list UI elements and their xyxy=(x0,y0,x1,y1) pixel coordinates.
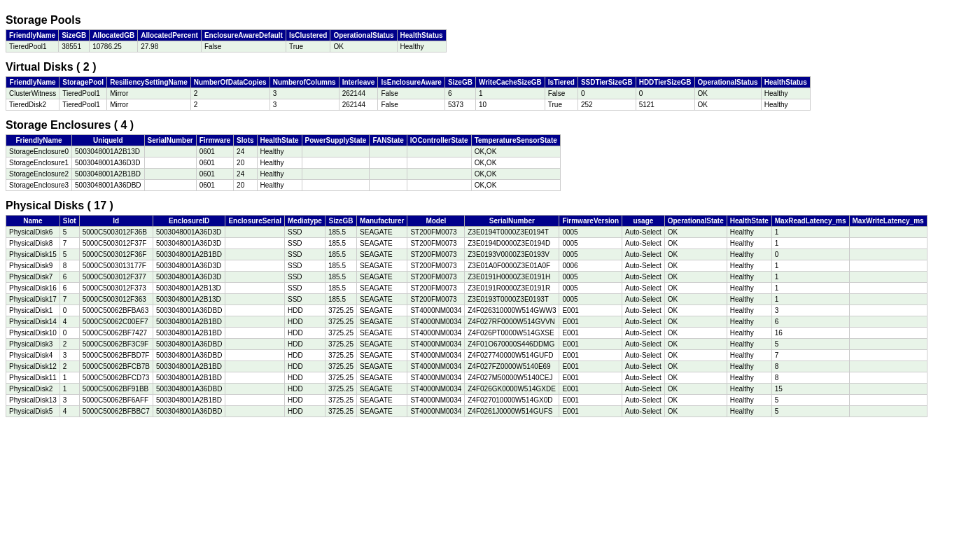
table-cell: 0601 xyxy=(196,158,233,169)
table-cell xyxy=(849,361,927,372)
table-cell: 7 xyxy=(59,238,79,249)
table-cell xyxy=(144,180,196,191)
table-cell: ST4000NM0034 xyxy=(407,350,465,361)
table-cell: Healthy xyxy=(257,146,302,158)
table-cell: 5003048001A36D3D xyxy=(153,238,225,249)
table-cell: ST4000NM0034 xyxy=(407,384,465,395)
table-cell: Mirror xyxy=(107,99,191,111)
table-cell: True xyxy=(545,99,578,111)
table-cell: 252 xyxy=(578,99,636,111)
table-cell: 185.5 xyxy=(325,238,356,249)
table-cell: OK xyxy=(664,328,727,339)
column-header: FirmwareVersion xyxy=(559,216,622,227)
table-cell: Healthy xyxy=(727,305,771,316)
table-cell: 24 xyxy=(234,146,257,158)
table-cell: SEAGATE xyxy=(357,283,407,294)
table-cell: ST4000NM0034 xyxy=(407,305,465,316)
table-cell: PhysicalDisk9 xyxy=(6,260,60,272)
table-cell xyxy=(144,146,196,158)
table-cell: SSD xyxy=(285,260,326,272)
column-header: IsClustered xyxy=(286,30,330,41)
table-cell: 5003048001A2B13D xyxy=(153,294,225,305)
table-cell: Z4F026PT0000W514GXSE xyxy=(465,328,559,339)
table-cell xyxy=(849,406,927,417)
table-cell: E001 xyxy=(559,350,622,361)
table-cell: SEAGATE xyxy=(357,227,407,238)
table-row: StorageEnclosure35003048001A36DBD060120H… xyxy=(6,180,561,191)
column-header: OperationalState xyxy=(664,216,727,227)
virtual-disks-table: FriendlyNameStoragePoolResiliencySetting… xyxy=(6,76,811,111)
table-cell: 185.5 xyxy=(325,272,356,283)
table-cell xyxy=(225,305,285,316)
table-cell: Healthy xyxy=(727,328,771,339)
table-cell: SEAGATE xyxy=(357,305,407,316)
table-row: PhysicalDisk545000C50062BFBBC75003048001… xyxy=(6,406,927,417)
table-cell: 5 xyxy=(771,339,849,350)
table-cell: 5000C5003012F373 xyxy=(79,283,153,294)
column-header: HealthStatus xyxy=(397,30,446,41)
table-cell xyxy=(849,339,927,350)
table-cell: OK xyxy=(694,88,761,99)
table-cell: 0601 xyxy=(196,169,233,180)
table-cell: 0005 xyxy=(559,238,622,249)
table-cell: PhysicalDisk13 xyxy=(6,395,60,406)
table-cell: SEAGATE xyxy=(357,294,407,305)
table-cell: 5003048001A36DBD xyxy=(72,180,145,191)
table-cell: 1 xyxy=(771,294,849,305)
table-cell: ST200FM0073 xyxy=(407,283,465,294)
storage-enclosures-table: FriendlyNameUniqueIdSerialNumberFirmware… xyxy=(6,134,561,191)
table-cell: OK xyxy=(694,99,761,111)
table-cell: Healthy xyxy=(727,395,771,406)
table-cell: 5000C50062BFCB7B xyxy=(79,361,153,372)
table-cell: Auto-Select xyxy=(622,328,665,339)
table-cell: 3725.25 xyxy=(325,406,356,417)
table-cell: OK xyxy=(664,249,727,260)
table-cell: Healthy xyxy=(727,406,771,417)
table-cell xyxy=(849,316,927,328)
table-cell: OK,OK xyxy=(471,180,560,191)
column-header: WriteCacheSizeGB xyxy=(475,77,545,88)
table-cell: 16 xyxy=(771,328,849,339)
table-cell: PhysicalDisk1 xyxy=(6,305,60,316)
table-cell: 0005 xyxy=(559,283,622,294)
table-cell: 10786.25 xyxy=(90,41,138,52)
table-row: PhysicalDisk1775000C5003012F363500304800… xyxy=(6,294,927,305)
table-cell: PhysicalDisk7 xyxy=(6,272,60,283)
table-cell: TieredPool1 xyxy=(59,88,107,99)
table-row: PhysicalDisk1225000C50062BFCB7B500304800… xyxy=(6,361,927,372)
column-header: usage xyxy=(622,216,665,227)
column-header: AllocatedGB xyxy=(90,30,138,41)
table-cell: StorageEnclosure3 xyxy=(6,180,72,191)
table-cell: 5 xyxy=(59,249,79,260)
table-cell: SSD xyxy=(285,283,326,294)
table-cell: 5000C5003012F37F xyxy=(79,238,153,249)
table-cell: 5000C5003012F363 xyxy=(79,294,153,305)
table-cell: 5000C50062BFCD73 xyxy=(79,372,153,384)
column-header: FriendlyName xyxy=(6,30,59,41)
virtual-disks-section: Virtual Disks ( 2 ) FriendlyNameStorageP… xyxy=(6,61,974,111)
table-cell: Z3E01A0F0000Z3E01A0F xyxy=(465,260,559,272)
table-cell: 185.5 xyxy=(325,227,356,238)
table-cell: HDD xyxy=(285,384,326,395)
column-header: HealthState xyxy=(727,216,771,227)
column-header: ResiliencySettingName xyxy=(107,77,191,88)
table-cell: 0601 xyxy=(196,180,233,191)
table-cell: 185.5 xyxy=(325,283,356,294)
table-cell: Auto-Select xyxy=(622,260,665,272)
table-cell xyxy=(370,158,407,169)
table-cell: 5000C50062BF91BB xyxy=(79,384,153,395)
table-cell xyxy=(225,350,285,361)
column-header: OperationalStatus xyxy=(694,77,761,88)
storage-enclosures-section: Storage Enclosures ( 4 ) FriendlyNameUni… xyxy=(6,119,974,191)
table-cell xyxy=(849,227,927,238)
table-cell xyxy=(849,238,927,249)
column-header: NumberofColumns xyxy=(270,77,339,88)
column-header: SerialNumber xyxy=(465,216,559,227)
table-cell xyxy=(370,146,407,158)
column-header: MaxWriteLatency_ms xyxy=(849,216,927,227)
table-cell: False xyxy=(545,88,578,99)
column-header: AllocatedPercent xyxy=(138,30,202,41)
table-cell: OK xyxy=(664,372,727,384)
table-cell: Mirror xyxy=(107,88,191,99)
table-cell: HDD xyxy=(285,372,326,384)
